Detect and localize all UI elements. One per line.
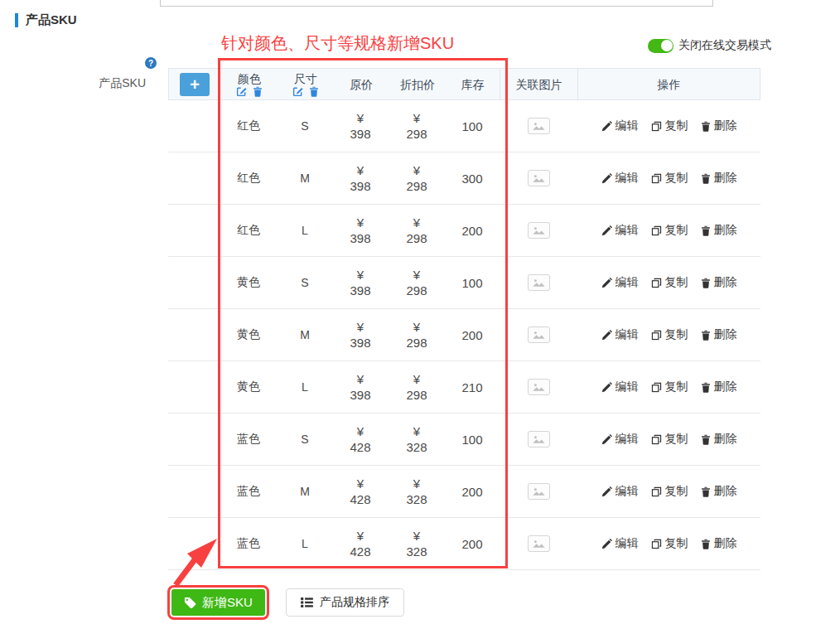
copy-label: 复制: [665, 327, 688, 342]
copy-label: 复制: [665, 432, 688, 447]
image-placeholder[interactable]: [528, 118, 550, 134]
column-header-stock: 库存: [446, 69, 500, 99]
edit-icon[interactable]: [236, 86, 247, 97]
table-row: 红色 L ¥ 398 ¥ 298 200 编辑: [168, 205, 760, 257]
copy-sku-button[interactable]: 复制: [651, 380, 688, 394]
image-placeholder[interactable]: [528, 431, 550, 447]
edit-sku-button[interactable]: 编辑: [601, 171, 639, 186]
edit-sku-button[interactable]: 编辑: [601, 380, 639, 394]
image-placeholder[interactable]: [528, 170, 550, 186]
copy-label: 复制: [665, 223, 688, 238]
pencil-icon: [601, 278, 612, 288]
help-icon[interactable]: ?: [145, 57, 157, 69]
edit-label: 编辑: [616, 119, 639, 133]
sku-color-value: 黄色: [220, 380, 278, 394]
delete-sku-button[interactable]: 删除: [701, 380, 737, 394]
copy-icon: [651, 173, 662, 184]
delete-sku-button[interactable]: 删除: [701, 327, 737, 342]
add-sku-button[interactable]: 新增SKU: [171, 589, 265, 616]
sku-size-value: L: [278, 537, 332, 550]
delete-sku-button[interactable]: 删除: [701, 275, 737, 290]
trash-icon: [701, 382, 711, 393]
image-icon: [532, 278, 546, 288]
sku-discount-price: ¥ 298: [389, 162, 445, 194]
online-trade-toggle[interactable]: 关闭在线交易模式: [648, 38, 771, 53]
sku-image-cell: [500, 535, 577, 552]
currency-symbol: ¥: [413, 528, 420, 544]
sku-discount-price: ¥ 328: [389, 476, 445, 507]
copy-sku-button[interactable]: 复制: [651, 171, 688, 186]
add-sku-label: 新增SKU: [202, 595, 253, 611]
image-placeholder[interactable]: [528, 379, 550, 395]
trash-icon[interactable]: [309, 86, 319, 97]
column-header-original-price: 原价: [333, 69, 389, 99]
copy-label: 复制: [665, 536, 688, 551]
currency-symbol: ¥: [413, 267, 420, 283]
pencil-icon: [601, 225, 612, 236]
copy-sku-button[interactable]: 复制: [651, 119, 688, 133]
trash-icon: [701, 486, 711, 497]
sku-discount-price: ¥ 298: [389, 371, 445, 403]
edit-sku-button[interactable]: 编辑: [601, 119, 639, 133]
delete-sku-button[interactable]: 删除: [701, 432, 737, 447]
price-value: 298: [406, 335, 427, 351]
copy-sku-button[interactable]: 复制: [651, 223, 688, 238]
image-placeholder[interactable]: [528, 483, 550, 500]
delete-sku-button[interactable]: 删除: [701, 223, 737, 238]
edit-icon[interactable]: [292, 86, 303, 97]
price-value: 298: [406, 178, 427, 194]
sku-color-value: 红色: [220, 223, 278, 238]
edit-label: 编辑: [616, 275, 639, 290]
truncated-input-above[interactable]: [160, 0, 713, 7]
add-spec-button[interactable]: +: [180, 73, 210, 96]
table-row: 红色 S ¥ 398 ¥ 298 100 编辑: [168, 100, 760, 152]
sku-size-value: L: [278, 224, 332, 237]
copy-sku-button[interactable]: 复制: [651, 432, 688, 447]
sku-stock-value: 100: [445, 433, 500, 447]
edit-sku-button[interactable]: 编辑: [601, 484, 639, 499]
sku-discount-price: ¥ 298: [389, 110, 445, 142]
edit-sku-button[interactable]: 编辑: [601, 432, 639, 447]
sku-stock-value: 100: [445, 276, 500, 290]
copy-sku-button[interactable]: 复制: [651, 327, 688, 342]
copy-sku-button[interactable]: 复制: [651, 275, 688, 290]
delete-sku-button[interactable]: 删除: [701, 536, 737, 551]
sort-spec-button[interactable]: 产品规格排序: [286, 588, 404, 617]
copy-icon: [651, 121, 662, 132]
copy-sku-button[interactable]: 复制: [651, 484, 688, 499]
image-placeholder[interactable]: [528, 274, 550, 291]
pencil-icon: [601, 330, 612, 341]
toggle-on-icon[interactable]: [648, 39, 673, 53]
sku-color-value: 蓝色: [220, 536, 278, 551]
sku-original-price: ¥ 398: [332, 371, 389, 403]
currency-symbol: ¥: [357, 162, 364, 178]
edit-sku-button[interactable]: 编辑: [601, 536, 639, 551]
image-placeholder[interactable]: [528, 535, 550, 552]
delete-sku-button[interactable]: 删除: [701, 119, 737, 133]
copy-label: 复制: [665, 380, 688, 394]
sku-color-value: 蓝色: [220, 432, 278, 447]
currency-symbol: ¥: [357, 215, 364, 230]
sku-size-value: L: [278, 380, 332, 394]
delete-sku-button[interactable]: 删除: [701, 484, 737, 499]
trash-icon: [701, 225, 711, 236]
edit-sku-button[interactable]: 编辑: [601, 223, 639, 238]
section-title-text: 产品SKU: [26, 12, 77, 28]
copy-sku-button[interactable]: 复制: [651, 536, 688, 551]
copy-label: 复制: [665, 484, 688, 499]
edit-sku-button[interactable]: 编辑: [601, 275, 639, 290]
image-placeholder[interactable]: [528, 222, 550, 239]
section-title: 产品SKU: [15, 12, 77, 28]
trash-icon: [701, 434, 711, 445]
copy-icon: [651, 434, 662, 445]
edit-sku-button[interactable]: 编辑: [601, 327, 639, 342]
copy-icon: [651, 539, 662, 549]
trash-icon[interactable]: [253, 86, 263, 97]
sku-stock-value: 200: [445, 328, 500, 342]
delete-sku-button[interactable]: 删除: [701, 171, 737, 186]
sku-table: + 颜色 尺寸: [168, 68, 760, 570]
image-icon: [532, 434, 546, 444]
sku-image-cell: [500, 379, 577, 395]
image-placeholder[interactable]: [528, 327, 550, 343]
sku-original-price: ¥ 398: [332, 110, 389, 142]
